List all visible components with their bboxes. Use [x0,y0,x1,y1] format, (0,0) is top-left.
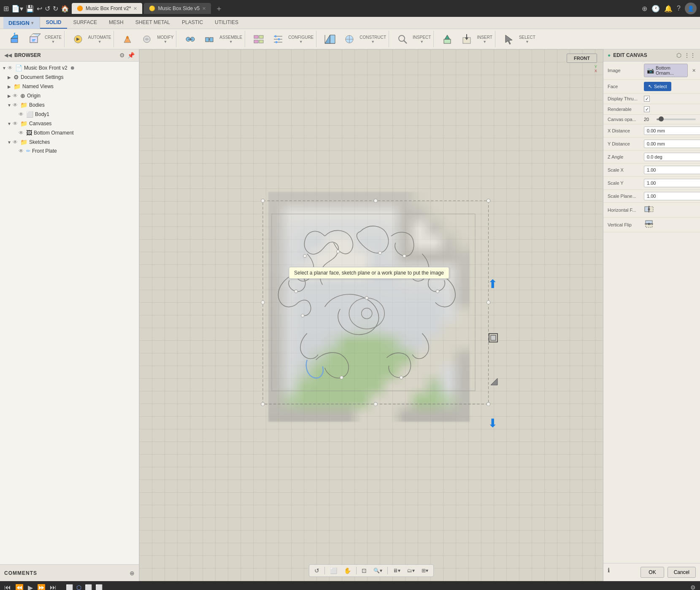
modify-btn[interactable] [118,32,137,47]
tab-music-box-side[interactable]: 🟡 Music Box Side v5 ✕ [144,3,211,14]
image-clear-btn[interactable]: ✕ [692,68,696,73]
eye-canvases[interactable]: 👁 [13,121,18,127]
renderable-checkbox[interactable]: ✓ [644,106,650,112]
user-avatar[interactable]: 👤 [685,3,697,14]
pan-btn[interactable]: ✋ [342,566,353,575]
timeline-icon-1[interactable]: ⬜ [66,584,73,590]
create-sketch-btn[interactable] [25,31,44,47]
panel-expand-icon[interactable]: ⬡ [676,52,681,59]
info-icon[interactable]: ℹ [608,567,610,578]
design-mode-button[interactable]: DESIGN [8,20,30,26]
join-online-icon[interactable]: ⊕ [642,5,647,13]
tree-item-doc-settings[interactable]: ▶ ⚙ Document Settings [0,73,139,82]
tab-close-side[interactable]: ✕ [202,6,206,11]
cancel-button[interactable]: Cancel [668,567,696,578]
playback-play[interactable]: ▶ [28,584,33,590]
toolbar-tab-sheetmetal[interactable]: SHEET METAL [130,17,176,29]
insert-btn[interactable] [438,32,457,47]
face-select-button[interactable]: ↖ Select [644,82,671,91]
eye-front-plate[interactable]: 👁 [19,148,24,154]
assemble2-btn[interactable] [200,32,219,47]
automate-arrow[interactable]: ▼ [98,40,102,44]
create-extrude-btn[interactable] [6,31,24,47]
assemble-btn[interactable] [181,32,199,47]
gizmo-up-arrow[interactable]: ⬆ [488,277,497,291]
scale-y-input[interactable] [644,179,700,187]
gizmo-down-arrow[interactable]: ⬇ [488,416,497,430]
gizmo-corner-handle[interactable] [489,377,499,389]
home-icon[interactable]: 🏠 [61,5,69,13]
eye-ornament[interactable]: 👁 [19,130,24,136]
design-mode-arrow[interactable]: ▼ [30,21,35,25]
toolbar-tab-utilities[interactable]: UTILITIES [209,17,244,29]
tree-item-origin[interactable]: ▶ 👁 ⊕ Origin [0,91,139,100]
configure-btn[interactable] [249,32,268,47]
tree-item-sketches[interactable]: ▼ 👁 📁 Sketches [0,137,139,147]
tree-item-front-plate[interactable]: 👁 ✏ Front Plate [0,147,139,155]
eye-root[interactable]: 👁 [8,65,13,71]
display-settings-btn[interactable]: 🖥▾ [391,567,402,574]
rotate-view-btn[interactable]: ↺ [313,566,321,575]
panel-options-icon[interactable]: ⋮⋮ [684,52,696,59]
configure-arrow[interactable]: ▼ [299,40,303,44]
automate-btn[interactable] [69,32,87,47]
construct-btn[interactable] [321,32,339,47]
horizontal-flip-icon[interactable] [644,205,654,215]
x-distance-input[interactable] [644,127,700,135]
z-angle-input[interactable] [644,153,700,161]
sidebar-settings-icon[interactable]: ⚙ [119,52,125,59]
tree-item-canvases[interactable]: ▼ 👁 📁 Canvases [0,119,139,128]
timeline-icon-3[interactable]: ⬜ [85,584,92,590]
playback-skip-end[interactable]: ⏭ [50,584,57,590]
clock-icon[interactable]: 🕐 [651,5,660,13]
grid-btn[interactable]: ⊞▾ [420,567,430,574]
eye-bodies[interactable]: 👁 [13,102,18,108]
select-arrow[interactable]: ▼ [525,40,529,44]
tree-item-root[interactable]: ▼ 👁 📄 Music Box Front v2 ⏺ [0,63,139,73]
timeline-icon-4[interactable]: ⬜ [95,584,103,590]
configure2-btn[interactable] [269,32,287,47]
tree-item-bodies[interactable]: ▼ 👁 📁 Bodies [0,100,139,110]
modify-arrow[interactable]: ▼ [163,40,167,44]
inspect-arrow[interactable]: ▼ [420,40,424,44]
tree-item-bottom-ornament[interactable]: 👁 🖼 Bottom Ornament [0,128,139,137]
scale-plane-input[interactable] [644,192,700,200]
apps-grid-icon[interactable]: ⊞ [3,5,9,13]
ok-button[interactable]: OK [641,567,664,578]
toolbar-tab-surface[interactable]: SURFACE [67,17,103,29]
vertical-flip-icon[interactable] [644,220,654,230]
canvas-viewport[interactable]: Select a planar face, sketch plane or a … [236,58,502,556]
timeline-icon-2[interactable]: ⬡ [76,584,81,590]
playback-prev-frame[interactable]: ⏪ [15,584,24,590]
tab-music-box-front[interactable]: 🟠 Music Box Front v2* ✕ [72,3,142,14]
undo-arrow-icon[interactable]: ↺ [45,5,50,13]
opacity-slider-track[interactable] [657,119,696,120]
sidebar-pin-icon[interactable]: 📌 [127,52,135,59]
toolbar-tab-plastic[interactable]: PLASTIC [176,17,209,29]
add-tab-button[interactable]: ＋ [213,3,225,13]
toolbar-tab-solid[interactable]: SOLID [40,17,68,29]
playback-skip-start[interactable]: ⏮ [4,584,11,590]
record-icon[interactable]: ⏺ [70,65,75,71]
comments-expand-icon[interactable]: ⊕ [130,570,135,577]
eye-body1[interactable]: 👁 [19,111,24,117]
assemble-arrow[interactable]: ▼ [229,40,233,44]
redo-icon[interactable]: ↻ [53,5,58,13]
y-distance-input[interactable] [644,140,700,148]
status-settings-icon[interactable]: ⚙ [690,584,696,590]
zoom-fit-btn[interactable]: ⊡ [360,566,368,575]
notification-icon[interactable]: 🔔 [664,5,673,13]
insert-arrow[interactable]: ▼ [483,40,486,44]
select-mode-btn[interactable]: ⬜ [328,566,339,575]
tree-item-named-views[interactable]: ▶ 📁 Named Views [0,82,139,91]
inspect-btn[interactable] [393,32,412,47]
save-icon[interactable]: 💾 [26,5,34,13]
construct2-btn[interactable] [340,32,359,47]
scale-x-input[interactable] [644,166,700,174]
eye-sketches[interactable]: 👁 [13,139,18,145]
modify2-btn[interactable] [138,32,156,47]
view-cube-front[interactable]: FRONT [567,54,597,63]
insert2-btn[interactable] [457,32,476,47]
construct-arrow[interactable]: ▼ [371,40,375,44]
playback-next-frame[interactable]: ⏩ [37,584,46,590]
